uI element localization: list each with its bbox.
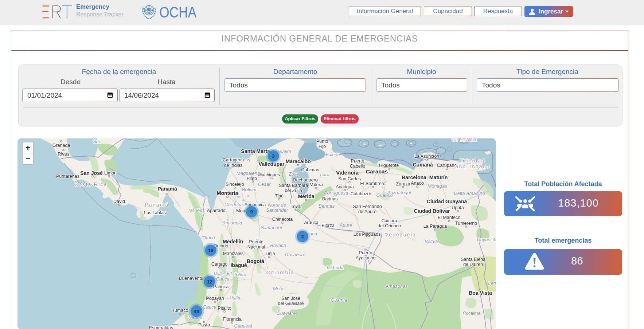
svg-text:Cesar: Cesar — [258, 181, 271, 187]
svg-text:2: 2 — [301, 234, 304, 239]
svg-text:El Sombrero: El Sombrero — [360, 181, 386, 186]
svg-text:Esmeraldas: Esmeraldas — [149, 325, 173, 329]
svg-text:Tunja: Tunja — [264, 251, 275, 256]
svg-text:Acarigua: Acarigua — [336, 184, 354, 189]
svg-text:Caquetá: Caquetá — [234, 323, 252, 329]
svg-text:Valencia: Valencia — [336, 169, 359, 176]
svg-text:Vichada: Vichada — [327, 265, 344, 270]
svg-text:12: 12 — [207, 279, 212, 285]
svg-text:Zaraza: Zaraza — [396, 181, 410, 187]
svg-text:Maturín: Maturín — [429, 175, 448, 180]
svg-text:Cartagena: Cartagena — [223, 157, 244, 162]
svg-text:Boa Vista: Boa Vista — [469, 290, 492, 296]
svg-text:Puerto: Puerto — [359, 250, 372, 255]
svg-text:Darién: Darién — [188, 208, 202, 213]
svg-text:Sincelejo: Sincelejo — [226, 182, 244, 187]
svg-text:Valle del: Valle del — [214, 271, 232, 277]
svg-text:Tovar: Tovar — [291, 204, 302, 209]
svg-text:Valera: Valera — [310, 182, 323, 187]
svg-text:Barinas: Barinas — [319, 203, 335, 209]
svg-text:Monagas: Monagas — [428, 183, 447, 189]
svg-text:Popayán: Popayán — [206, 296, 224, 301]
svg-text:Machiques: Machiques — [258, 172, 280, 177]
svg-text:La Asunción: La Asunción — [414, 154, 439, 159]
svg-text:Cabimas: Cabimas — [301, 167, 319, 172]
svg-text:Elorza: Elorza — [321, 223, 334, 228]
svg-text:Zulia: Zulia — [288, 171, 299, 177]
svg-text:Panamá: Panamá — [157, 186, 177, 192]
svg-text:Puntarenas: Puntarenas — [56, 174, 79, 179]
svg-text:Florencia: Florencia — [223, 317, 241, 322]
svg-text:Falcón: Falcón — [325, 152, 340, 157]
svg-text:Puerto: Puerto — [351, 158, 364, 164]
svg-text:Rivas: Rivas — [58, 152, 69, 157]
svg-text:Nacional: Nacional — [247, 244, 265, 250]
svg-text:Boyacá: Boyacá — [270, 243, 286, 248]
svg-text:Pasto: Pasto — [198, 322, 210, 328]
svg-text:Calabozo: Calabozo — [351, 191, 370, 196]
svg-text:Delta Amacuro: Delta Amacuro — [454, 191, 485, 196]
svg-text:Chocó: Chocó — [201, 235, 215, 240]
svg-text:Córdoba: Córdoba — [225, 202, 243, 207]
svg-text:Sur: Sur — [93, 139, 101, 144]
svg-text:El Manteco: El Manteco — [438, 215, 461, 220]
svg-text:Venezuela: Venezuela — [385, 232, 416, 238]
svg-text:Granada: Granada — [52, 143, 70, 148]
svg-text:Anaco: Anaco — [411, 181, 424, 186]
svg-text:48: 48 — [194, 309, 199, 314]
svg-text:Plato: Plato — [247, 176, 257, 181]
svg-text:Barinas: Barinas — [322, 196, 337, 201]
svg-text:Caracas: Caracas — [366, 168, 388, 175]
svg-text:Puente: Puente — [249, 239, 264, 244]
svg-text:Costa Rica: Costa Rica — [74, 181, 108, 187]
svg-text:10: 10 — [208, 248, 213, 253]
svg-text:de Apure: de Apure — [358, 209, 376, 214]
svg-text:Carúpano: Carúpano — [437, 163, 457, 168]
svg-text:Casanare: Casanare — [285, 252, 305, 257]
svg-text:Caicara: Caicara — [381, 218, 397, 223]
svg-text:San José: San José — [80, 170, 103, 176]
svg-text:Meta: Meta — [273, 286, 284, 291]
svg-text:Tumeremo: Tumeremo — [455, 221, 477, 226]
svg-text:de Uairén: de Uairén — [463, 262, 483, 267]
svg-text:San Fernando: San Fernando — [353, 204, 382, 209]
svg-text:Lara: Lara — [320, 172, 329, 177]
svg-text:Fijo: Fijo — [319, 144, 326, 149]
svg-text:Panamá: Panamá — [145, 202, 169, 208]
svg-text:Bolívar: Bolívar — [242, 187, 257, 192]
svg-text:Las Tablas: Las Tablas — [144, 210, 166, 215]
svg-text:de Indias: de Indias — [224, 163, 243, 168]
svg-text:Portuguesa: Portuguesa — [324, 190, 348, 196]
svg-text:Amazonas: Amazonas — [385, 283, 408, 289]
svg-text:Roraima: Roraima — [462, 310, 480, 316]
svg-text:Cumaná: Cumaná — [413, 162, 433, 168]
svg-text:La Paragua: La Paragua — [424, 224, 447, 229]
svg-text:Manizales: Manizales — [223, 251, 243, 256]
svg-text:del Zulia: del Zulia — [285, 188, 302, 193]
svg-text:Ibagué: Ibagué — [230, 262, 247, 268]
svg-text:San José: San José — [281, 296, 300, 301]
svg-text:Los Pijiguaos: Los Pijiguaos — [354, 232, 380, 237]
svg-text:Cuyuni-M: Cuyuni-M — [477, 237, 496, 242]
svg-text:Santa Elena: Santa Elena — [461, 257, 485, 262]
svg-text:3: 3 — [272, 153, 274, 159]
svg-text:del Orinoco: del Orinoco — [378, 223, 401, 228]
svg-text:Leth: Leth — [488, 281, 496, 286]
svg-text:and Tobago: and Tobago — [455, 164, 490, 169]
svg-text:Maracaibo: Maracaibo — [285, 158, 311, 164]
svg-text:Tolima: Tolima — [234, 272, 247, 277]
svg-text:Anzoátegui: Anzoátegui — [387, 190, 411, 195]
svg-text:Guainía: Guainía — [331, 297, 347, 303]
svg-text:Limón: Limón — [104, 171, 117, 176]
svg-text:Mérida: Mérida — [298, 193, 314, 199]
svg-text:Cauca: Cauca — [203, 304, 216, 310]
svg-text:Apartadó: Apartadó — [207, 208, 226, 213]
svg-text:Cauca: Cauca — [216, 276, 230, 282]
svg-text:Bachaquero: Bachaquero — [293, 177, 317, 183]
svg-text:Tibú: Tibú — [275, 193, 284, 199]
svg-text:Grenada: Grenada — [452, 138, 477, 142]
svg-text:Antioquia: Antioquia — [222, 220, 242, 226]
svg-text:Upata: Upata — [452, 205, 464, 210]
svg-text:Guaviare: Guaviare — [277, 310, 296, 316]
svg-text:Punto: Punto — [316, 139, 328, 144]
